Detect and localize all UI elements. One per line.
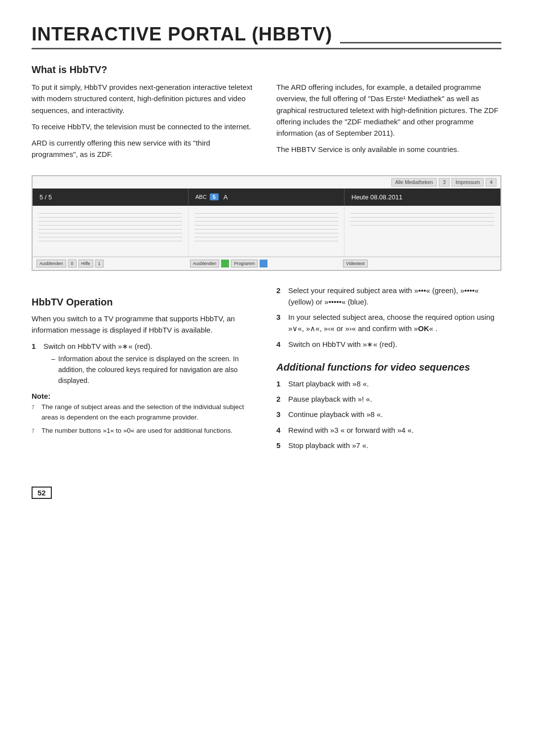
step-1-text: Switch on HbbTV with »∗« (red). <box>43 342 152 350</box>
add-step-2: 2 Pause playback with »! «. <box>276 393 501 405</box>
note-2-num: 7 <box>32 427 38 436</box>
hbbtv-step-4: 4 Switch on HbbTV with »∗« (red). <box>276 339 501 350</box>
tv-btn-hilfe[interactable]: Hilfe <box>78 260 93 267</box>
step-4-num: 4 <box>276 339 284 350</box>
page-number: 52 <box>32 487 52 499</box>
tv-bottom-right: Videotext <box>343 260 496 267</box>
tv-page-number: 5 / 5 <box>39 193 52 201</box>
hbbtv-steps-right: 2 Select your required subject area with… <box>276 285 501 350</box>
tv-col-2 <box>189 206 344 257</box>
tv-bottom-left: Ausblenden 0 Hilfe 1 <box>37 260 190 267</box>
hbbtv-operation-intro: When you switch to a TV programme that s… <box>32 313 257 336</box>
step-3-num: 3 <box>276 311 284 335</box>
additional-functions-heading: Additional functions for video sequences <box>276 362 501 373</box>
tv-abc-badge: 5 <box>210 193 219 200</box>
tv-btn-ausblenden-1[interactable]: Ausblenden <box>37 260 66 267</box>
hbbtv-step-3: 3 In your selected subject area, choose … <box>276 311 501 335</box>
add-step-3-num: 3 <box>276 409 284 420</box>
add-step-2-text: Pause playback with »! «. <box>288 393 372 405</box>
tv-abc-label: ABC <box>195 194 207 200</box>
additional-steps-list: 1 Start playback with »8 «. 2 Pause play… <box>276 378 501 451</box>
add-step-4: 4 Rewind with »3 « or forward with »4 «. <box>276 424 501 436</box>
tv-a-label: A <box>224 193 228 201</box>
add-step-1-text: Start playback with »8 «. <box>288 378 369 389</box>
step-2-text: Select your required subject area with »… <box>288 285 501 308</box>
step-1-sub: Information about the service is display… <box>43 354 257 386</box>
tv-tab-impressum[interactable]: Impressum <box>452 178 484 187</box>
tv-header-date: Heute 08.08.2011 <box>344 189 500 206</box>
tv-col-3 <box>344 206 500 257</box>
add-step-3-text: Continue playback with »8 «. <box>288 409 383 420</box>
tv-btn-green[interactable] <box>221 260 229 267</box>
hbbtv-step-1: 1 Switch on HbbTV with »∗« (red). Inform… <box>32 340 257 388</box>
notes-list: 7 The range of subject areas and the sel… <box>32 402 257 436</box>
tv-top-bar: Alle Mediatheken 3 Impressum 4 <box>33 176 500 189</box>
add-step-4-num: 4 <box>276 424 284 436</box>
hbbtv-intro-p3: ARD is currently offering this new servi… <box>32 137 257 160</box>
tv-btn-programm[interactable]: Programm <box>231 260 258 267</box>
hbbtv-steps-list: 1 Switch on HbbTV with »∗« (red). Inform… <box>32 340 257 388</box>
add-step-3: 3 Continue playback with »8 «. <box>276 409 501 420</box>
hbbtv-intro-p1: To put it simply, HbbTV provides next-ge… <box>32 81 257 116</box>
note-1-text: The range of subject areas and the selec… <box>41 402 257 423</box>
hbbtv-operation-section: HbbTV Operation When you switch to a TV … <box>32 285 257 455</box>
page-title: INTERACTIVE PORTAL (HBBTV) <box>32 24 501 49</box>
tv-bottom-bar: Ausblenden 0 Hilfe 1 Ausblenden Programm… <box>33 257 500 270</box>
tv-col-1 <box>33 206 189 257</box>
hbbtv-step-2: 2 Select your required subject area with… <box>276 285 501 308</box>
hbbtv-operation-heading: HbbTV Operation <box>32 297 257 308</box>
note-1: 7 The range of subject areas and the sel… <box>32 402 257 423</box>
hbbtv-intro-p2: To receive HbbTV, the television must be… <box>32 121 257 132</box>
note-label: Note: <box>32 392 257 400</box>
add-step-1: 1 Start playback with »8 «. <box>276 378 501 389</box>
tv-btn-videotext[interactable]: Videotext <box>343 260 367 267</box>
tv-tab-4[interactable]: 4 <box>486 178 496 187</box>
add-step-2-num: 2 <box>276 393 284 405</box>
tv-interface-mockup: Alle Mediatheken 3 Impressum 4 5 / 5 ABC… <box>32 175 501 271</box>
tv-date-text: Heute 08.08.2011 <box>351 193 402 201</box>
tv-btn-0[interactable]: 0 <box>68 260 76 267</box>
add-step-5-text: Stop playback with »7 «. <box>288 440 369 451</box>
additional-functions-section: 2 Select your required subject area with… <box>276 285 501 455</box>
tv-header-row: 5 / 5 ABC 5 A Heute 08.08.2011 <box>33 189 500 206</box>
tv-tab-3[interactable]: 3 <box>439 178 450 187</box>
hbbtv-right-p2: The HBBTV Service is only available in s… <box>276 144 501 155</box>
tv-btn-blue[interactable] <box>260 260 267 267</box>
tv-bottom-mid: Ausblenden Programm <box>190 260 343 267</box>
step-1-sub-1: Information about the service is display… <box>51 354 257 386</box>
tv-tab-mediatheken[interactable]: Alle Mediatheken <box>391 178 437 187</box>
what-is-hbbtv-heading: What is HbbTV? <box>32 64 501 76</box>
what-is-hbbtv-left: To put it simply, HbbTV provides next-ge… <box>32 81 257 165</box>
step-2-num: 2 <box>276 285 284 308</box>
tv-header-abc: ABC 5 A <box>189 189 344 206</box>
add-step-4-text: Rewind with »3 « or forward with »4 «. <box>288 424 414 436</box>
step-3-text: In your selected subject area, choose th… <box>288 311 501 335</box>
tv-btn-1[interactable]: 1 <box>95 260 104 267</box>
step-1-num: 1 <box>32 340 39 388</box>
add-step-1-num: 1 <box>276 378 284 389</box>
tv-btn-ausblenden-2[interactable]: Ausblenden <box>190 260 220 267</box>
tv-content-area <box>33 206 500 257</box>
note-2-text: The number buttons »1« to »0« are used f… <box>41 426 232 436</box>
note-1-num: 7 <box>32 404 38 423</box>
hbbtv-right-p1: The ARD offering includes, for example, … <box>276 81 501 139</box>
add-step-5: 5 Stop playback with »7 «. <box>276 440 501 451</box>
add-step-5-num: 5 <box>276 440 284 451</box>
step-4-text: Switch on HbbTV with »∗« (red). <box>288 339 397 350</box>
note-2: 7 The number buttons »1« to »0« are used… <box>32 426 257 436</box>
tv-header-page: 5 / 5 <box>33 189 189 206</box>
what-is-hbbtv-right: The ARD offering includes, for example, … <box>276 81 501 165</box>
